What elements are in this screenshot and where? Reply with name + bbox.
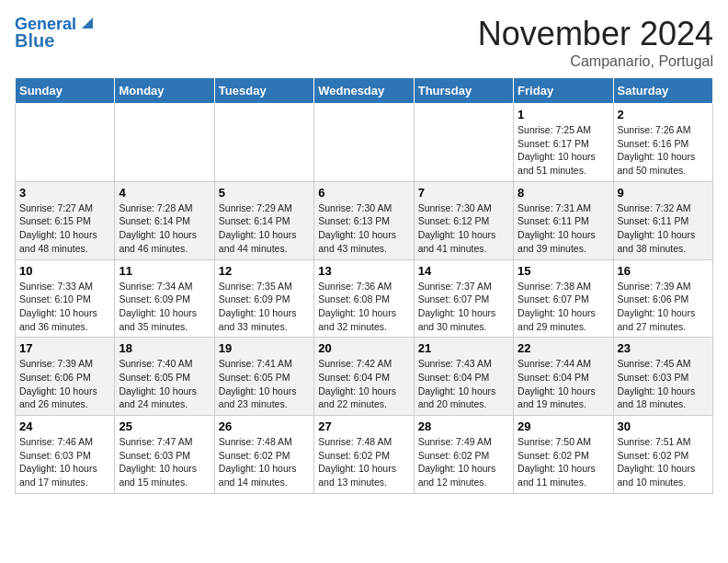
calendar-week-row: 10Sunrise: 7:33 AM Sunset: 6:10 PM Dayli… <box>16 259 713 338</box>
day-info: Sunrise: 7:25 AM Sunset: 6:17 PM Dayligh… <box>518 123 609 178</box>
calendar-day-cell: 11Sunrise: 7:34 AM Sunset: 6:09 PM Dayli… <box>115 259 214 338</box>
weekday-header: Wednesday <box>314 78 414 104</box>
calendar-day-cell: 16Sunrise: 7:39 AM Sunset: 6:06 PM Dayli… <box>613 259 712 338</box>
day-info: Sunrise: 7:27 AM Sunset: 6:15 PM Dayligh… <box>19 201 110 256</box>
calendar-day-cell: 24Sunrise: 7:46 AM Sunset: 6:03 PM Dayli… <box>16 416 115 494</box>
day-info: Sunrise: 7:33 AM Sunset: 6:10 PM Dayligh… <box>19 280 110 334</box>
calendar-header-row: SundayMondayTuesdayWednesdayThursdayFrid… <box>16 78 713 104</box>
day-info: Sunrise: 7:30 AM Sunset: 6:12 PM Dayligh… <box>418 201 509 256</box>
svg-marker-0 <box>82 17 93 29</box>
location: Campanario, Portugal <box>478 53 713 70</box>
day-number: 11 <box>119 264 210 278</box>
day-info: Sunrise: 7:28 AM Sunset: 6:14 PM Dayligh… <box>119 201 210 256</box>
calendar-day-cell: 8Sunrise: 7:31 AM Sunset: 6:11 PM Daylig… <box>514 181 613 259</box>
day-info: Sunrise: 7:42 AM Sunset: 6:04 PM Dayligh… <box>318 357 409 411</box>
day-number: 14 <box>418 264 509 278</box>
day-info: Sunrise: 7:34 AM Sunset: 6:09 PM Dayligh… <box>119 280 210 334</box>
day-number: 26 <box>219 419 310 433</box>
calendar-day-cell: 12Sunrise: 7:35 AM Sunset: 6:09 PM Dayli… <box>214 259 313 338</box>
day-info: Sunrise: 7:32 AM Sunset: 6:11 PM Dayligh… <box>618 201 709 256</box>
weekday-header: Thursday <box>414 78 513 104</box>
calendar-day-cell: 20Sunrise: 7:42 AM Sunset: 6:04 PM Dayli… <box>314 338 414 416</box>
calendar-day-cell: 23Sunrise: 7:45 AM Sunset: 6:03 PM Dayli… <box>613 338 712 416</box>
calendar-day-cell: 1Sunrise: 7:25 AM Sunset: 6:17 PM Daylig… <box>514 104 613 182</box>
day-number: 25 <box>119 419 210 433</box>
weekday-header: Friday <box>514 78 613 104</box>
day-info: Sunrise: 7:36 AM Sunset: 6:08 PM Dayligh… <box>318 280 409 334</box>
day-number: 30 <box>618 419 709 433</box>
day-number: 21 <box>418 341 509 355</box>
calendar-day-cell <box>16 104 115 182</box>
day-info: Sunrise: 7:45 AM Sunset: 6:03 PM Dayligh… <box>618 357 709 411</box>
calendar-day-cell: 26Sunrise: 7:48 AM Sunset: 6:02 PM Dayli… <box>214 416 313 494</box>
day-number: 4 <box>119 186 210 200</box>
calendar-day-cell: 28Sunrise: 7:49 AM Sunset: 6:02 PM Dayli… <box>414 416 513 494</box>
day-info: Sunrise: 7:35 AM Sunset: 6:09 PM Dayligh… <box>219 280 310 334</box>
calendar-day-cell <box>314 104 414 182</box>
calendar-week-row: 1Sunrise: 7:25 AM Sunset: 6:17 PM Daylig… <box>16 104 713 182</box>
calendar-week-row: 3Sunrise: 7:27 AM Sunset: 6:15 PM Daylig… <box>16 181 713 259</box>
day-info: Sunrise: 7:50 AM Sunset: 6:02 PM Dayligh… <box>518 435 609 489</box>
day-number: 7 <box>418 186 509 200</box>
day-number: 24 <box>19 419 110 433</box>
day-info: Sunrise: 7:49 AM Sunset: 6:02 PM Dayligh… <box>418 435 509 489</box>
day-info: Sunrise: 7:43 AM Sunset: 6:04 PM Dayligh… <box>418 357 509 411</box>
calendar-day-cell: 30Sunrise: 7:51 AM Sunset: 6:02 PM Dayli… <box>613 416 712 494</box>
day-number: 20 <box>318 341 409 355</box>
month-title: November 2024 <box>478 15 713 53</box>
day-info: Sunrise: 7:46 AM Sunset: 6:03 PM Dayligh… <box>19 435 110 489</box>
calendar-day-cell: 9Sunrise: 7:32 AM Sunset: 6:11 PM Daylig… <box>613 181 712 259</box>
day-number: 28 <box>418 419 509 433</box>
day-info: Sunrise: 7:40 AM Sunset: 6:05 PM Dayligh… <box>119 357 210 411</box>
calendar-day-cell: 10Sunrise: 7:33 AM Sunset: 6:10 PM Dayli… <box>16 259 115 338</box>
day-info: Sunrise: 7:38 AM Sunset: 6:07 PM Dayligh… <box>518 280 609 334</box>
day-number: 5 <box>219 186 310 200</box>
day-info: Sunrise: 7:47 AM Sunset: 6:03 PM Dayligh… <box>119 435 210 489</box>
calendar-day-cell: 14Sunrise: 7:37 AM Sunset: 6:07 PM Dayli… <box>414 259 513 338</box>
day-number: 12 <box>219 264 310 278</box>
calendar-table: SundayMondayTuesdayWednesdayThursdayFrid… <box>15 77 713 494</box>
day-number: 18 <box>119 341 210 355</box>
day-info: Sunrise: 7:39 AM Sunset: 6:06 PM Dayligh… <box>618 280 709 334</box>
calendar-day-cell: 25Sunrise: 7:47 AM Sunset: 6:03 PM Dayli… <box>115 416 214 494</box>
calendar-day-cell: 4Sunrise: 7:28 AM Sunset: 6:14 PM Daylig… <box>115 181 214 259</box>
day-number: 9 <box>618 186 709 200</box>
calendar-day-cell: 3Sunrise: 7:27 AM Sunset: 6:15 PM Daylig… <box>16 181 115 259</box>
weekday-header: Sunday <box>16 78 115 104</box>
day-number: 22 <box>518 341 609 355</box>
calendar-day-cell: 27Sunrise: 7:48 AM Sunset: 6:02 PM Dayli… <box>314 416 414 494</box>
day-number: 17 <box>19 341 110 355</box>
calendar-day-cell: 6Sunrise: 7:30 AM Sunset: 6:13 PM Daylig… <box>314 181 414 259</box>
day-info: Sunrise: 7:39 AM Sunset: 6:06 PM Dayligh… <box>19 357 110 411</box>
day-number: 16 <box>618 264 709 278</box>
day-info: Sunrise: 7:26 AM Sunset: 6:16 PM Dayligh… <box>618 123 709 178</box>
day-number: 29 <box>518 419 609 433</box>
calendar-day-cell: 17Sunrise: 7:39 AM Sunset: 6:06 PM Dayli… <box>16 338 115 416</box>
calendar-day-cell: 21Sunrise: 7:43 AM Sunset: 6:04 PM Dayli… <box>414 338 513 416</box>
logo-arrow-icon <box>78 14 97 32</box>
day-info: Sunrise: 7:29 AM Sunset: 6:14 PM Dayligh… <box>219 201 310 256</box>
day-info: Sunrise: 7:41 AM Sunset: 6:05 PM Dayligh… <box>219 357 310 411</box>
day-info: Sunrise: 7:37 AM Sunset: 6:07 PM Dayligh… <box>418 280 509 334</box>
day-info: Sunrise: 7:30 AM Sunset: 6:13 PM Dayligh… <box>318 201 409 256</box>
day-number: 23 <box>618 341 709 355</box>
page-header: General Blue November 2024 Campanario, P… <box>15 15 713 70</box>
day-info: Sunrise: 7:51 AM Sunset: 6:02 PM Dayligh… <box>618 435 709 489</box>
day-number: 3 <box>19 186 110 200</box>
day-number: 1 <box>518 108 609 121</box>
calendar-day-cell: 22Sunrise: 7:44 AM Sunset: 6:04 PM Dayli… <box>514 338 613 416</box>
calendar-week-row: 17Sunrise: 7:39 AM Sunset: 6:06 PM Dayli… <box>16 338 713 416</box>
day-info: Sunrise: 7:31 AM Sunset: 6:11 PM Dayligh… <box>518 201 609 256</box>
calendar-day-cell: 13Sunrise: 7:36 AM Sunset: 6:08 PM Dayli… <box>314 259 414 338</box>
day-number: 27 <box>318 419 409 433</box>
day-number: 15 <box>518 264 609 278</box>
day-number: 2 <box>618 108 709 121</box>
logo: General Blue <box>15 15 97 52</box>
calendar-day-cell: 29Sunrise: 7:50 AM Sunset: 6:02 PM Dayli… <box>514 416 613 494</box>
calendar-day-cell: 2Sunrise: 7:26 AM Sunset: 6:16 PM Daylig… <box>613 104 712 182</box>
day-number: 6 <box>318 186 409 200</box>
day-info: Sunrise: 7:48 AM Sunset: 6:02 PM Dayligh… <box>318 435 409 489</box>
calendar-day-cell: 15Sunrise: 7:38 AM Sunset: 6:07 PM Dayli… <box>514 259 613 338</box>
weekday-header: Tuesday <box>214 78 313 104</box>
calendar-day-cell <box>115 104 214 182</box>
